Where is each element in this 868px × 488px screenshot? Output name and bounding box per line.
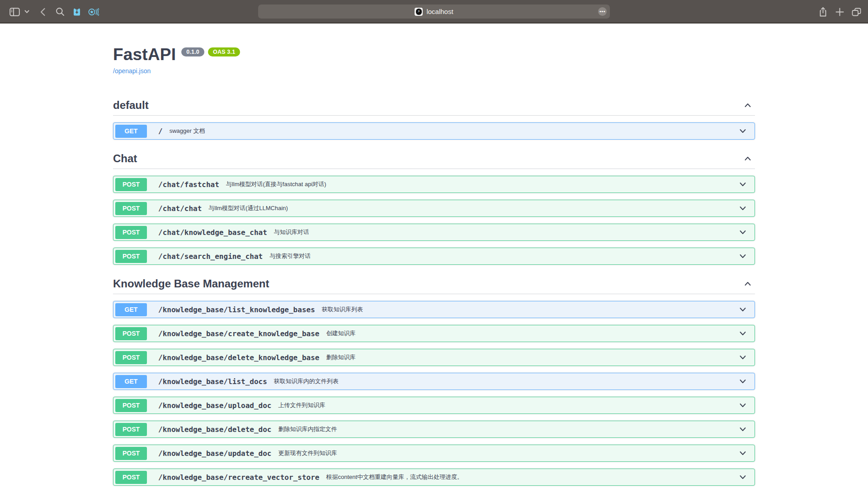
endpoint-post-chat-fastchat[interactable]: POST/chat/fastchat与llm模型对话(直接与fastchat a… (113, 176, 755, 193)
chevron-down-icon[interactable] (736, 204, 750, 213)
tag-section-chat: ChatPOST/chat/fastchat与llm模型对话(直接与fastch… (113, 149, 755, 265)
chevron-down-icon[interactable] (736, 353, 750, 362)
method-badge: POST (115, 471, 147, 484)
endpoint-path: /knowledge_base/delete_knowledge_base (158, 353, 319, 362)
chevron-down-icon[interactable] (736, 473, 750, 482)
chevron-down-icon[interactable] (23, 0, 31, 23)
page-settings-icon[interactable]: ••• (598, 7, 607, 16)
chevron-down-icon[interactable] (736, 305, 750, 314)
endpoint-path: / (158, 127, 163, 136)
content-wrapper: FastAPI 0.1.0 OAS 3.1 /openapi.json defa… (113, 23, 755, 486)
method-badge: POST (115, 226, 147, 239)
address-url: localhost (426, 8, 453, 15)
endpoint-summary: 上传文件到知识库 (278, 401, 325, 409)
method-badge: POST (115, 447, 147, 460)
tab-overview-icon[interactable] (849, 0, 863, 23)
api-badges: 0.1.0 OAS 3.1 (181, 47, 240, 56)
swagger-page: FastAPI 0.1.0 OAS 3.1 /openapi.json defa… (0, 23, 868, 487)
endpoint-get-knowledge-base-list-docs[interactable]: GET/knowledge_base/list_docs获取知识库内的文件列表 (113, 373, 755, 390)
endpoint-post-knowledge-base-upload-doc[interactable]: POST/knowledge_base/upload_doc上传文件到知识库 (113, 397, 755, 414)
endpoint-post-chat-chat[interactable]: POST/chat/chat与llm模型对话(通过LLMChain) (113, 200, 755, 217)
new-tab-icon[interactable] (833, 0, 846, 23)
share-icon[interactable] (816, 0, 829, 23)
endpoint-summary: 删除知识库内指定文件 (278, 425, 337, 433)
site-favicon-fastapi-icon: ⚡ (415, 8, 423, 16)
endpoint-post-chat-knowledge-base-chat[interactable]: POST/chat/knowledge_base_chat与知识库对话 (113, 224, 755, 241)
endpoint-summary: 更新现有文件到知识库 (278, 449, 337, 457)
method-badge: POST (115, 202, 147, 215)
openapi-spec-link[interactable]: /openapi.json (113, 67, 151, 75)
address-bar[interactable]: ⚡ localhost ••• (258, 5, 610, 19)
endpoint-summary: swagger 文档 (170, 127, 205, 135)
tag-section-default: defaultGET/swagger 文档 (113, 95, 755, 140)
endpoint-post-knowledge-base-create-knowledge-base[interactable]: POST/knowledge_base/create_knowledge_bas… (113, 325, 755, 342)
method-badge: GET (115, 125, 147, 138)
section-header-knowledge-base-management[interactable]: Knowledge Base Management (113, 274, 755, 294)
endpoint-summary: 与llm模型对话(直接与fastchat api对话) (226, 180, 326, 188)
endpoint-path: /chat/knowledge_base_chat (158, 228, 267, 237)
endpoint-post-knowledge-base-delete-doc[interactable]: POST/knowledge_base/delete_doc删除知识库内指定文件 (113, 421, 755, 438)
endpoint-path: /knowledge_base/list_knowledge_bases (158, 305, 315, 314)
endpoint-summary: 获取知识库列表 (322, 305, 363, 314)
tag-section-knowledge-base-management: Knowledge Base ManagementGET/knowledge_b… (113, 274, 755, 486)
endpoint-path: /knowledge_base/upload_doc (158, 401, 271, 410)
back-icon[interactable] (37, 0, 48, 23)
endpoint-post-knowledge-base-recreate-vector-store[interactable]: POST/knowledge_base/recreate_vector_stor… (113, 469, 755, 486)
browser-toolbar: ⚡ localhost ••• (0, 0, 868, 23)
endpoint-path: /knowledge_base/delete_doc (158, 425, 271, 434)
endpoint-post-chat-search-engine-chat[interactable]: POST/chat/search_engine_chat与搜索引擎对话 (113, 248, 755, 265)
version-badge: 0.1.0 (181, 47, 204, 56)
chevron-up-icon[interactable] (741, 154, 755, 163)
method-badge: POST (115, 327, 147, 340)
chevron-up-icon[interactable] (741, 101, 755, 110)
section-header-default[interactable]: default (113, 95, 755, 116)
section-title: Knowledge Base Management (113, 277, 269, 290)
endpoint-get-knowledge-base-list-knowledge-bases[interactable]: GET/knowledge_base/list_knowledge_bases获… (113, 301, 755, 318)
section-header-chat[interactable]: Chat (113, 149, 755, 169)
chevron-down-icon[interactable] (736, 329, 750, 338)
oas-badge: OAS 3.1 (208, 47, 240, 56)
page-title: FastAPI 0.1.0 OAS 3.1 (113, 45, 755, 64)
method-badge: GET (115, 375, 147, 388)
endpoint-summary: 获取知识库内的文件列表 (274, 377, 339, 385)
method-badge: POST (115, 399, 147, 412)
search-icon[interactable] (54, 0, 66, 23)
chevron-down-icon[interactable] (736, 127, 750, 136)
chevron-down-icon[interactable] (736, 180, 750, 189)
endpoint-path: /chat/chat (158, 204, 202, 213)
chevron-down-icon[interactable] (736, 449, 750, 458)
endpoint-path: /knowledge_base/list_docs (158, 377, 267, 386)
section-title: default (113, 99, 149, 112)
method-badge: POST (115, 250, 147, 263)
api-sections: defaultGET/swagger 文档ChatPOST/chat/fastc… (113, 95, 755, 486)
section-title: Chat (113, 152, 137, 165)
endpoint-summary: 根据content中文档重建向量库，流式输出处理进度。 (326, 473, 463, 481)
chevron-up-icon[interactable] (741, 279, 755, 288)
pinned-tab-star-icon[interactable] (87, 0, 100, 23)
chevron-down-icon[interactable] (736, 401, 750, 410)
method-badge: POST (115, 351, 147, 364)
endpoint-post-knowledge-base-delete-knowledge-base[interactable]: POST/knowledge_base/delete_knowledge_bas… (113, 349, 755, 366)
method-badge: POST (115, 423, 147, 436)
endpoint-path: /chat/search_engine_chat (158, 252, 263, 261)
endpoint-path: /knowledge_base/create_knowledge_base (158, 329, 319, 338)
chevron-down-icon[interactable] (736, 425, 750, 434)
endpoint-summary: 与搜索引擎对话 (269, 252, 311, 260)
endpoint-path: /chat/fastchat (158, 180, 219, 189)
chevron-down-icon[interactable] (736, 228, 750, 237)
endpoint-summary: 创建知识库 (326, 329, 355, 338)
endpoint-summary: 删除知识库 (326, 353, 355, 361)
sidebar-toggle-icon[interactable] (8, 0, 21, 23)
chevron-down-icon[interactable] (736, 252, 750, 261)
api-title: FastAPI (113, 45, 176, 64)
chevron-down-icon[interactable] (736, 377, 750, 386)
endpoint-summary: 与知识库对话 (274, 228, 309, 236)
method-badge: GET (115, 303, 147, 316)
endpoint-path: /knowledge_base/recreate_vector_store (158, 473, 319, 482)
method-badge: POST (115, 178, 147, 191)
api-info: FastAPI 0.1.0 OAS 3.1 /openapi.json (113, 45, 755, 75)
endpoint-get-root[interactable]: GET/swagger 文档 (113, 122, 755, 140)
endpoint-summary: 与llm模型对话(通过LLMChain) (208, 204, 288, 212)
pinned-tab-bookmark-icon[interactable] (71, 0, 83, 23)
endpoint-post-knowledge-base-update-doc[interactable]: POST/knowledge_base/update_doc更新现有文件到知识库 (113, 445, 755, 462)
